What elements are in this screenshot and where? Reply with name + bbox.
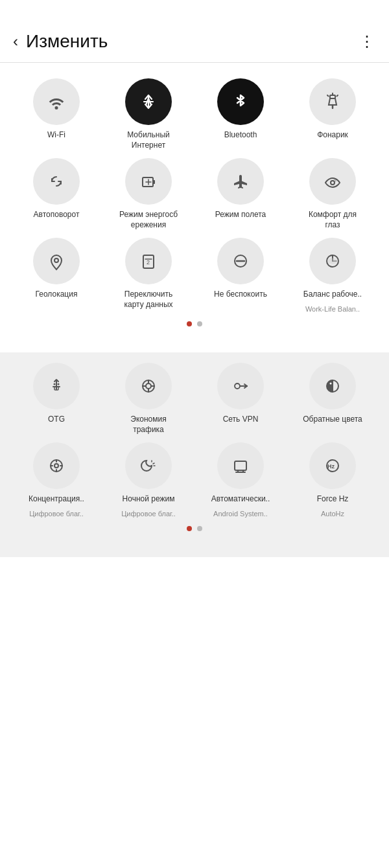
- dot-1-inactive: [197, 321, 202, 326]
- auto-rotate-sys-icon-circle: [217, 442, 264, 489]
- svg-point-29: [330, 383, 332, 385]
- airplane-icon-circle: [217, 158, 264, 205]
- autorotate-icon-circle: [33, 158, 80, 205]
- tile-airplane[interactable]: Режим полета: [197, 158, 284, 230]
- dnd-label: Не беспокоить: [214, 290, 267, 300]
- white-section: Wi-Fi МобильныйИнтернет Bluetooth: [0, 68, 389, 352]
- dnd-icon: [230, 250, 252, 272]
- svg-line-3: [327, 95, 329, 97]
- otg-icon-circle: [33, 363, 80, 409]
- tile-flashlight[interactable]: Фонарик: [289, 78, 376, 150]
- battery-saver-label: Режим энергосбережения: [119, 210, 178, 230]
- data-saver-label: Экономиятрафика: [130, 415, 166, 435]
- sim-switch-icon-circle: 2: [125, 238, 172, 284]
- force-hz-label: Force Hz: [317, 494, 349, 505]
- location-label: Геолокация: [36, 290, 78, 300]
- auto-rotate-sys-sublabel: Android System..: [213, 510, 268, 518]
- svg-rect-6: [153, 180, 155, 184]
- tile-autorotate[interactable]: Автоповорот: [13, 158, 100, 230]
- auto-rotate-sys-icon: [230, 455, 252, 477]
- location-icon-circle: [33, 238, 80, 284]
- dnd-icon-circle: [217, 238, 264, 284]
- svg-line-4: [337, 95, 338, 97]
- svg-rect-39: [235, 461, 246, 470]
- tile-force-hz[interactable]: Hz Force Hz AutoHz: [289, 442, 376, 518]
- tile-battery-saver[interactable]: Режим энергосбережения: [105, 158, 192, 230]
- vpn-label: Сеть VPN: [223, 415, 259, 425]
- header: ‹ Изменить ⋮: [0, 0, 389, 62]
- svg-point-19: [146, 383, 151, 389]
- tile-night[interactable]: Ночной режим Цифровое благ..: [105, 442, 192, 518]
- tile-focus[interactable]: Концентрация.. Цифровое благ..: [13, 442, 100, 518]
- invert-icon: [322, 375, 344, 397]
- sim-switch-icon: 2: [137, 250, 159, 272]
- wifi-icon: [45, 91, 67, 113]
- night-icon-circle: [125, 442, 172, 489]
- sim-switch-label: Переключитькарту данных: [124, 290, 172, 310]
- eye-comfort-label: Комфорт дляглаз: [309, 210, 357, 230]
- tile-auto-rotate-sys[interactable]: Автоматически.. Android System..: [197, 442, 284, 518]
- autorotate-icon: [45, 170, 67, 192]
- svg-text:2: 2: [147, 259, 150, 266]
- header-left: ‹ Изменить: [13, 31, 108, 52]
- invert-icon-circle: [309, 363, 356, 409]
- flashlight-label: Фонарик: [317, 130, 348, 141]
- wifi-icon-circle: [33, 78, 80, 125]
- svg-point-16: [54, 383, 56, 385]
- svg-text:Hz: Hz: [327, 463, 335, 470]
- more-options-button[interactable]: ⋮: [359, 32, 376, 51]
- gray-section: OTG Экономиятрафика: [0, 352, 389, 557]
- vpn-icon-circle: [217, 363, 264, 409]
- eye-comfort-icon-circle: [309, 158, 356, 205]
- tile-sim-switch[interactable]: 2 Переключитькарту данных: [105, 238, 192, 314]
- focus-label: Концентрация..: [29, 494, 84, 505]
- svg-point-24: [235, 383, 240, 389]
- focus-icon: [45, 455, 67, 477]
- tile-bluetooth[interactable]: Bluetooth: [197, 78, 284, 150]
- battery-saver-icon-circle: [125, 158, 172, 205]
- tile-invert[interactable]: Обратные цвета: [289, 363, 376, 435]
- eye-comfort-icon: [322, 170, 344, 192]
- work-life-sublabel: Work-Life Balan..: [305, 305, 360, 314]
- vpn-icon: [230, 375, 252, 397]
- night-label: Ночной режим: [123, 494, 175, 505]
- wifi-label: Wi-Fi: [47, 130, 65, 141]
- night-icon: [137, 455, 159, 477]
- tile-otg[interactable]: OTG: [13, 363, 100, 435]
- flashlight-icon: [322, 91, 344, 113]
- work-life-icon-circle: [309, 238, 356, 284]
- mobile-data-label: МобильныйИнтернет: [127, 130, 170, 150]
- auto-rotate-sys-label: Автоматически..: [211, 494, 270, 505]
- page-title: Изменить: [26, 31, 108, 52]
- focus-sublabel: Цифровое благ..: [29, 510, 84, 518]
- tile-vpn[interactable]: Сеть VPN: [197, 363, 284, 435]
- tile-work-life[interactable]: Баланс рабоче.. Work-Life Balan..: [289, 238, 376, 314]
- tile-dnd[interactable]: Не беспокоить: [197, 238, 284, 314]
- otg-label: OTG: [48, 415, 65, 425]
- header-divider: [0, 62, 389, 63]
- mobile-data-icon-circle: [125, 78, 172, 125]
- flashlight-icon-circle: [309, 78, 356, 125]
- force-hz-sublabel: AutoHz: [321, 510, 344, 518]
- airplane-label: Режим полета: [215, 210, 266, 220]
- tile-eye-comfort[interactable]: Комфорт дляглаз: [289, 158, 376, 230]
- location-icon: [45, 250, 67, 272]
- tile-location[interactable]: Геолокация: [13, 238, 100, 314]
- night-sublabel: Цифровое благ..: [121, 510, 176, 518]
- gray-section-dots: [13, 518, 376, 542]
- work-life-icon: [322, 250, 344, 272]
- back-button[interactable]: ‹: [13, 32, 18, 51]
- dot-2-inactive: [197, 526, 202, 531]
- dot-2-active: [187, 526, 192, 531]
- data-saver-icon-circle: [125, 363, 172, 409]
- extra-tiles-grid: OTG Экономиятрафика: [13, 363, 376, 518]
- data-saver-icon: [137, 375, 159, 397]
- dot-1-active: [187, 321, 192, 326]
- tile-wifi[interactable]: Wi-Fi: [13, 78, 100, 150]
- tile-mobile-data[interactable]: МобильныйИнтернет: [105, 78, 192, 150]
- svg-point-9: [54, 258, 58, 262]
- airplane-icon: [230, 170, 252, 192]
- bluetooth-icon: [230, 91, 252, 113]
- tile-data-saver[interactable]: Экономиятрафика: [105, 363, 192, 435]
- force-hz-icon-circle: Hz: [309, 442, 356, 489]
